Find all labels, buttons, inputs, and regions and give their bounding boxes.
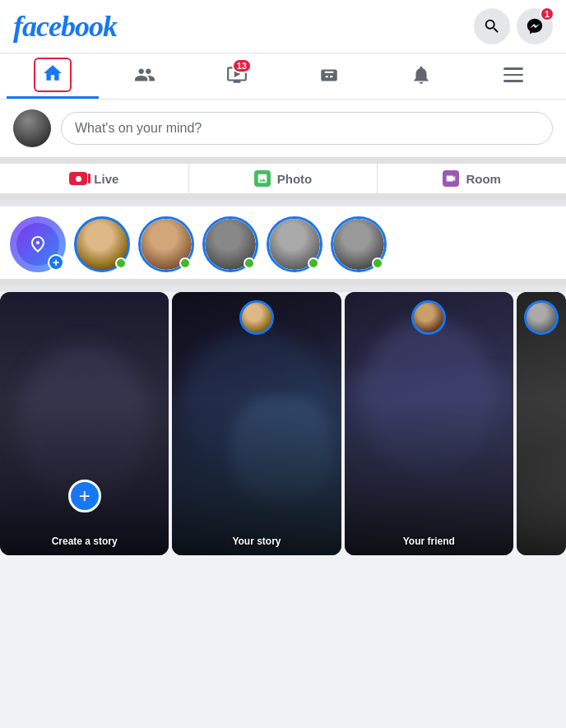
story-bubble-1[interactable] <box>74 216 130 272</box>
stories-grid: + Create a story Your story Your friend <box>0 292 566 555</box>
online-indicator-3 <box>244 257 255 269</box>
story-bubble-5[interactable] <box>331 216 387 272</box>
photo-icon <box>254 170 271 187</box>
online-indicator-5 <box>372 257 383 269</box>
navigation-bar: 13 <box>0 53 566 100</box>
live-button[interactable]: Live <box>0 164 189 193</box>
online-indicator-1 <box>115 257 127 269</box>
nav-item-groups[interactable] <box>99 53 191 99</box>
watch-badge: 13 <box>232 58 252 73</box>
app-header: facebook 1 <box>0 0 566 53</box>
photo-button[interactable]: Photo <box>189 164 378 193</box>
bell-icon <box>411 64 432 86</box>
online-indicator-2 <box>179 257 191 269</box>
room-label: Room <box>466 172 501 186</box>
online-indicator-4 <box>308 257 319 269</box>
menu-icon <box>503 67 523 82</box>
nav-item-home[interactable] <box>7 53 99 99</box>
facebook-logo: facebook <box>13 9 117 44</box>
action-bar: Live Photo Room <box>0 164 566 200</box>
create-plus-badge: + <box>48 254 64 271</box>
story-bubbles-row: + <box>0 206 566 285</box>
marketplace-icon <box>318 64 340 86</box>
story-card-label-3: Your friend <box>345 536 513 547</box>
live-label: Live <box>94 172 118 186</box>
room-icon <box>443 170 459 187</box>
room-button[interactable]: Room <box>378 164 566 193</box>
post-input[interactable]: What's on your mind? <box>61 112 553 145</box>
nav-item-notifications[interactable] <box>375 53 467 99</box>
create-story-bubble[interactable]: + <box>10 216 66 272</box>
story-card-label-create: Create a story <box>0 536 169 547</box>
nav-item-watch[interactable]: 13 <box>191 53 283 99</box>
story-card-4-avatar <box>524 300 559 335</box>
story-add-button[interactable]: + <box>68 480 101 512</box>
story-bubble-3[interactable] <box>202 216 258 272</box>
story-card-2[interactable]: Your story <box>172 292 341 555</box>
story-bubble-2[interactable] <box>138 216 194 272</box>
camera-icon <box>28 234 48 254</box>
story-card-3-avatar <box>411 300 446 335</box>
divider-1 <box>0 200 566 206</box>
messenger-badge: 1 <box>540 7 554 21</box>
story-card-3[interactable]: Your friend <box>345 292 513 555</box>
search-button[interactable] <box>474 8 510 44</box>
post-box-section: What's on your mind? <box>0 100 566 164</box>
create-story-avatar: + <box>10 216 66 272</box>
nav-item-marketplace[interactable] <box>283 53 375 99</box>
messenger-icon <box>526 17 544 35</box>
story-card-2-avatar <box>239 300 274 335</box>
header-actions: 1 <box>474 8 553 44</box>
photo-label: Photo <box>277 172 313 186</box>
story-card-4[interactable] <box>517 292 566 555</box>
messenger-button[interactable]: 1 <box>517 8 553 44</box>
nav-item-menu[interactable] <box>467 53 559 99</box>
live-icon <box>69 172 87 185</box>
groups-icon <box>134 64 155 86</box>
home-box <box>34 58 72 92</box>
home-icon <box>42 63 63 84</box>
story-card-label-2: Your story <box>172 536 341 547</box>
story-card-create[interactable]: + Create a story <box>0 292 169 555</box>
story-bubble-4[interactable] <box>267 216 322 272</box>
divider-2 <box>0 285 566 292</box>
search-icon <box>483 17 501 35</box>
user-avatar <box>13 109 51 147</box>
